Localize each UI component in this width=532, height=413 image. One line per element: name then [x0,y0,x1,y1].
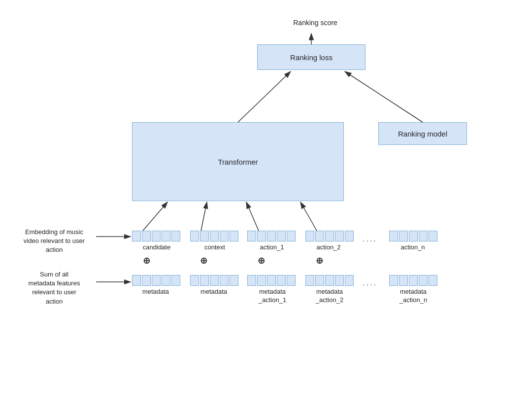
token-group-meta-action2 [305,275,354,286]
token-label-meta-candidate: metadata [129,288,183,295]
token-label-meta-context: metadata [187,288,241,295]
token-group-meta-candidate [132,275,180,286]
ranking-model-box: Ranking model [378,122,467,145]
token-label-meta-action1: metadata _action_1 [243,288,302,305]
ranking-model-label: Ranking model [398,130,447,138]
ranking-loss-label: Ranking loss [290,53,332,62]
ranking-loss-box: Ranking loss [257,44,366,70]
plus-action1: ⊕ [258,255,265,266]
dots-label: .... [363,235,377,243]
token-label-action1: action_1 [245,243,299,251]
svg-line-3 [238,71,291,122]
transformer-label: Transformer [218,158,258,166]
ranking-score-label: Ranking score [276,19,355,27]
token-group-meta-action1 [247,275,296,286]
token-group-meta-actionn [389,275,437,286]
token-label-action2: action_2 [301,243,356,251]
dots-label-2: .... [363,278,377,287]
token-group-context [190,231,238,241]
token-group-actionn [389,231,437,241]
token-label-candidate: candidate [130,243,184,251]
token-group-action1 [247,231,296,241]
token-label-context: context [188,243,242,251]
transformer-box: Transformer [132,122,344,201]
token-label-actionn: action_n [386,243,440,251]
svg-line-5 [143,202,167,231]
svg-line-8 [300,202,317,231]
plus-context: ⊕ [200,255,207,266]
svg-line-7 [246,202,259,231]
token-label-meta-actionn: metadata _action_n [384,288,443,305]
plus-candidate: ⊕ [143,255,150,266]
svg-line-4 [345,71,423,122]
token-label-meta-action2: metadata _action_2 [300,288,359,305]
token-group-meta-context [190,275,238,286]
token-group-action2 [305,231,354,241]
plus-action2: ⊕ [316,255,323,266]
annotation-metadata: Sum of all metadata features relevant to… [15,270,94,306]
svg-line-6 [201,202,207,231]
token-group-candidate [132,231,180,241]
annotation-embedding: Embedding of music video relevant to use… [15,228,94,255]
diagram: Ranking score Ranking loss Ranking model… [0,0,532,413]
